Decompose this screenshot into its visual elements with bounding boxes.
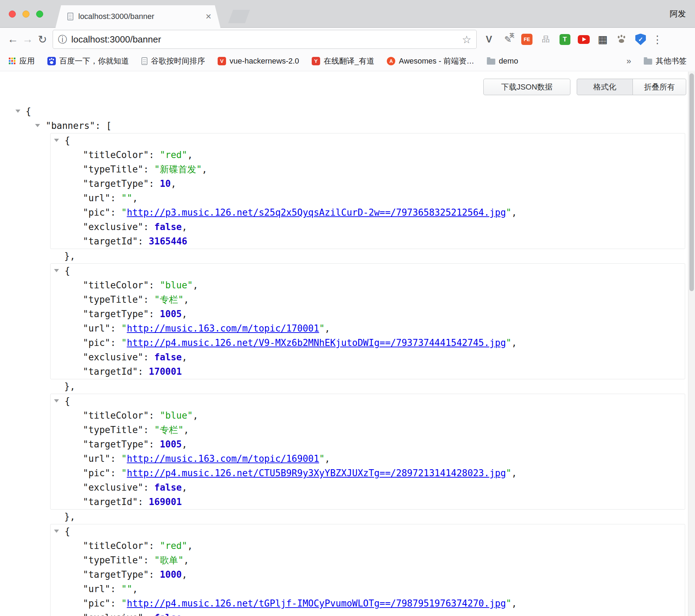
page-info-icon[interactable]: ⓘ	[58, 33, 67, 46]
collapse-toggle-icon[interactable]	[54, 530, 59, 533]
json-object: {"titleColor": "red","typeTitle": "歌单","…	[50, 524, 685, 616]
json-punctuation: :	[149, 540, 160, 551]
address-bar[interactable]: ⓘ localhost:3000/banner ☆	[53, 30, 477, 49]
collapse-toggle-icon[interactable]	[35, 124, 40, 127]
json-key: "typeTitle"	[83, 425, 143, 435]
json-punctuation: {	[65, 396, 70, 406]
translate-extension-icon[interactable]: ✎英	[502, 33, 514, 45]
profile-name[interactable]: 阿发	[670, 8, 686, 19]
scrollbar-thumb[interactable]	[689, 73, 694, 291]
close-window-button[interactable]	[9, 11, 16, 18]
json-string-value: "	[121, 207, 127, 218]
browser-menu-icon[interactable]: ⋮	[650, 33, 665, 46]
org-chart-extension-icon[interactable]: 品	[540, 33, 552, 45]
paw-extension-icon[interactable]	[616, 33, 628, 45]
format-button[interactable]: 格式化	[577, 79, 633, 95]
json-line: "titleColor": "red",	[51, 148, 685, 162]
bookmarks-overflow-icon[interactable]: »	[627, 56, 631, 66]
qrcode-extension-icon[interactable]: ▦	[597, 33, 609, 45]
json-punctuation: :	[143, 612, 154, 616]
json-key: "targetId"	[83, 366, 138, 377]
json-key: "exclusive"	[83, 222, 143, 232]
json-key: "pic"	[83, 468, 110, 478]
bookmark-google-sort[interactable]: 谷歌按时间排序	[141, 56, 205, 66]
fehelper-extension-icon[interactable]: FE	[521, 33, 533, 45]
json-string-value: ""	[121, 193, 132, 203]
json-url-link[interactable]: http://p4.music.126.net/tGPljf-IMOCyPvum…	[127, 598, 506, 609]
page-content: 下载JSON数据 格式化 折叠所有 {"banners": [{"titleCo…	[0, 72, 688, 616]
json-viewer: {"banners": [{"titleColor": "red","typeT…	[0, 104, 688, 616]
json-string-value: "	[506, 468, 511, 478]
json-key: "targetType"	[83, 178, 149, 189]
browser-tab[interactable]: localhost:3000/banner ×	[55, 5, 220, 28]
json-punctuation: ,	[184, 425, 189, 435]
json-number-value: 10	[160, 178, 171, 189]
bookmark-apps[interactable]: 应用	[8, 56, 35, 66]
json-line: },	[0, 249, 688, 263]
json-number-value: 170001	[149, 366, 182, 377]
json-url-link[interactable]: http://music.163.com/m/topic/170001	[127, 323, 319, 334]
json-line: "targetType": 10,	[51, 177, 685, 191]
json-key: "titleColor"	[83, 280, 149, 290]
vertical-scrollbar[interactable]	[688, 72, 695, 616]
forward-icon[interactable]: →	[20, 33, 35, 46]
json-punctuation: ,	[511, 598, 517, 609]
json-string-value: "	[506, 598, 511, 609]
reload-icon[interactable]: ↻	[35, 33, 50, 46]
tab-close-icon[interactable]: ×	[206, 12, 211, 21]
tampermonkey-extension-icon[interactable]: T	[559, 33, 571, 45]
youdao-icon: Y	[312, 57, 320, 65]
bookmark-other-bookmarks[interactable]: 其他书签	[644, 56, 687, 66]
bookmark-awesomes[interactable]: AAwesomes - 前端资…	[387, 56, 474, 66]
browser-window: localhost:3000/banner × 阿发 ← → ↻ ⓘ local…	[0, 0, 695, 616]
json-punctuation: :	[149, 439, 160, 450]
fullscreen-window-button[interactable]	[36, 11, 43, 18]
json-url-link[interactable]: http://music.163.com/m/topic/169001	[127, 453, 319, 464]
shield-extension-icon[interactable]: ✓	[635, 33, 647, 45]
json-string-value: "	[121, 323, 127, 334]
json-punctuation: ,	[193, 280, 198, 290]
json-number-value: 169001	[149, 497, 182, 507]
back-icon[interactable]: ←	[6, 33, 20, 46]
collapse-toggle-icon[interactable]	[54, 139, 59, 142]
collapse-toggle-icon[interactable]	[54, 399, 59, 402]
youtube-extension-icon[interactable]	[578, 33, 590, 45]
json-punctuation: ,	[511, 338, 517, 348]
json-line: {	[51, 524, 685, 539]
vimium-extension-icon[interactable]: V	[483, 33, 495, 45]
json-line: "exclusive": false,	[51, 611, 685, 616]
bookmark-baidu[interactable]: 百度一下，你就知道	[47, 56, 129, 66]
json-punctuation: ,	[132, 584, 138, 594]
json-url-link[interactable]: http://p3.music.126.net/s25q2x5QyqsAzilC…	[127, 207, 506, 218]
json-punctuation: ,	[132, 193, 138, 203]
collapse-toggle-icon[interactable]	[15, 110, 20, 113]
json-line: "exclusive": false,	[51, 480, 685, 495]
json-key: "exclusive"	[83, 352, 143, 362]
json-string-value: "歌单"	[154, 555, 184, 565]
json-punctuation: :	[149, 150, 160, 160]
json-key: "url"	[83, 193, 110, 203]
json-url-link[interactable]: http://p4.music.126.net/V9-MXz6b2MNhEKju…	[127, 338, 506, 348]
format-toggle-group: 格式化 折叠所有	[577, 79, 686, 95]
json-line: "pic": "http://p3.music.126.net/s25q2x5Q…	[51, 205, 685, 220]
minimize-window-button[interactable]	[22, 11, 29, 18]
json-key: "pic"	[83, 598, 110, 609]
download-json-button[interactable]: 下载JSON数据	[483, 79, 570, 95]
json-string-value: "blue"	[160, 280, 193, 290]
json-punctuation: {	[65, 526, 70, 537]
json-punctuation: ,	[171, 178, 176, 189]
json-punctuation: ,	[187, 150, 193, 160]
json-url-link[interactable]: http://p4.music.126.net/CTU5B9R9y3XyYBZX…	[127, 468, 506, 478]
bookmark-folder-demo[interactable]: demo	[487, 57, 518, 66]
json-line: "pic": "http://p4.music.126.net/V9-MXz6b…	[51, 336, 685, 350]
bookmark-youdao-translate[interactable]: Y在线翻译_有道	[312, 56, 374, 66]
json-line: "targetType": 1000,	[51, 568, 685, 582]
collapse-all-button[interactable]: 折叠所有	[633, 79, 686, 95]
url-text[interactable]: localhost:3000/banner	[71, 34, 462, 45]
bookmark-star-icon[interactable]: ☆	[462, 33, 471, 46]
new-tab-button[interactable]	[228, 10, 250, 23]
collapse-toggle-icon[interactable]	[54, 269, 59, 272]
folder-icon	[644, 59, 652, 65]
json-punctuation: ,	[187, 540, 193, 551]
bookmark-vue-hackernews[interactable]: Vvue-hackernews-2.0	[218, 57, 299, 66]
